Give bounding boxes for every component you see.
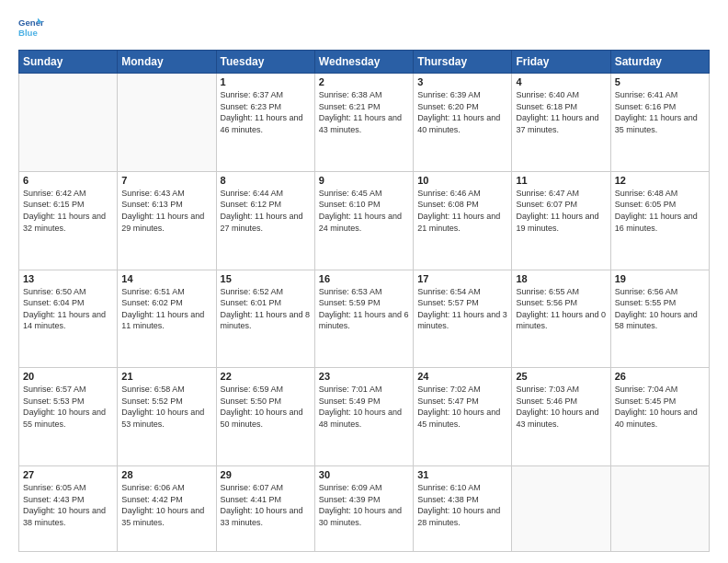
calendar-cell: 5Sunrise: 6:41 AM Sunset: 6:16 PM Daylig… bbox=[610, 74, 709, 172]
calendar-cell: 8Sunrise: 6:44 AM Sunset: 6:12 PM Daylig… bbox=[216, 171, 314, 270]
day-info: Sunrise: 6:10 AM Sunset: 4:38 PM Dayligh… bbox=[417, 482, 507, 528]
day-number: 31 bbox=[417, 469, 507, 480]
day-number: 5 bbox=[615, 76, 705, 87]
day-info: Sunrise: 7:02 AM Sunset: 5:47 PM Dayligh… bbox=[417, 384, 507, 430]
day-info: Sunrise: 6:47 AM Sunset: 6:07 PM Dayligh… bbox=[516, 188, 606, 234]
calendar-cell: 4Sunrise: 6:40 AM Sunset: 6:18 PM Daylig… bbox=[512, 74, 610, 172]
calendar-week-row: 20Sunrise: 6:57 AM Sunset: 5:53 PM Dayli… bbox=[19, 368, 710, 466]
calendar-cell: 28Sunrise: 6:06 AM Sunset: 4:42 PM Dayli… bbox=[118, 466, 216, 552]
day-info: Sunrise: 6:37 AM Sunset: 6:23 PM Dayligh… bbox=[221, 89, 311, 135]
calendar-cell: 1Sunrise: 6:37 AM Sunset: 6:23 PM Daylig… bbox=[216, 74, 314, 172]
calendar-cell: 15Sunrise: 6:52 AM Sunset: 6:01 PM Dayli… bbox=[216, 270, 314, 368]
day-number: 11 bbox=[516, 175, 606, 186]
calendar-cell: 6Sunrise: 6:42 AM Sunset: 6:15 PM Daylig… bbox=[19, 171, 118, 270]
day-number: 20 bbox=[23, 371, 113, 382]
calendar-cell: 19Sunrise: 6:56 AM Sunset: 5:55 PM Dayli… bbox=[610, 270, 709, 368]
day-number: 6 bbox=[23, 175, 113, 186]
day-info: Sunrise: 6:59 AM Sunset: 5:50 PM Dayligh… bbox=[221, 384, 311, 430]
day-number: 22 bbox=[221, 371, 311, 382]
calendar-cell: 21Sunrise: 6:58 AM Sunset: 5:52 PM Dayli… bbox=[118, 368, 216, 466]
calendar-cell: 12Sunrise: 6:48 AM Sunset: 6:05 PM Dayli… bbox=[610, 171, 709, 270]
calendar-cell: 27Sunrise: 6:05 AM Sunset: 4:43 PM Dayli… bbox=[19, 466, 118, 552]
day-number: 28 bbox=[121, 469, 211, 480]
day-info: Sunrise: 6:42 AM Sunset: 6:15 PM Dayligh… bbox=[23, 188, 113, 234]
day-info: Sunrise: 6:44 AM Sunset: 6:12 PM Dayligh… bbox=[221, 188, 311, 234]
day-info: Sunrise: 6:38 AM Sunset: 6:21 PM Dayligh… bbox=[319, 89, 409, 135]
day-info: Sunrise: 6:43 AM Sunset: 6:13 PM Dayligh… bbox=[121, 188, 211, 234]
calendar-cell: 9Sunrise: 6:45 AM Sunset: 6:10 PM Daylig… bbox=[314, 171, 413, 270]
day-number: 13 bbox=[23, 273, 113, 284]
day-number: 29 bbox=[221, 469, 311, 480]
day-number: 18 bbox=[516, 273, 606, 284]
day-number: 15 bbox=[221, 273, 311, 284]
day-number: 24 bbox=[417, 371, 507, 382]
day-info: Sunrise: 6:41 AM Sunset: 6:16 PM Dayligh… bbox=[615, 89, 705, 135]
calendar-cell: 25Sunrise: 7:03 AM Sunset: 5:46 PM Dayli… bbox=[512, 368, 610, 466]
calendar-cell: 10Sunrise: 6:46 AM Sunset: 6:08 PM Dayli… bbox=[414, 171, 512, 270]
day-number: 4 bbox=[516, 76, 606, 87]
day-info: Sunrise: 6:48 AM Sunset: 6:05 PM Dayligh… bbox=[615, 188, 705, 234]
calendar-cell: 17Sunrise: 6:54 AM Sunset: 5:57 PM Dayli… bbox=[414, 270, 512, 368]
logo-icon: General Blue bbox=[18, 15, 44, 40]
day-number: 27 bbox=[23, 469, 113, 480]
day-info: Sunrise: 7:03 AM Sunset: 5:46 PM Dayligh… bbox=[516, 384, 606, 430]
day-info: Sunrise: 7:04 AM Sunset: 5:45 PM Dayligh… bbox=[615, 384, 705, 430]
calendar-header-tuesday: Tuesday bbox=[216, 51, 314, 74]
day-number: 1 bbox=[221, 76, 311, 87]
day-number: 3 bbox=[417, 76, 507, 87]
calendar-cell: 3Sunrise: 6:39 AM Sunset: 6:20 PM Daylig… bbox=[414, 74, 512, 172]
day-info: Sunrise: 6:45 AM Sunset: 6:10 PM Dayligh… bbox=[319, 188, 409, 234]
calendar-header-sunday: Sunday bbox=[19, 51, 118, 74]
day-info: Sunrise: 7:01 AM Sunset: 5:49 PM Dayligh… bbox=[319, 384, 409, 430]
day-number: 23 bbox=[319, 371, 409, 382]
calendar-week-row: 6Sunrise: 6:42 AM Sunset: 6:15 PM Daylig… bbox=[19, 171, 710, 270]
calendar-cell: 26Sunrise: 7:04 AM Sunset: 5:45 PM Dayli… bbox=[610, 368, 709, 466]
day-number: 10 bbox=[417, 175, 507, 186]
svg-text:Blue: Blue bbox=[18, 28, 38, 38]
calendar-cell: 16Sunrise: 6:53 AM Sunset: 5:59 PM Dayli… bbox=[314, 270, 413, 368]
day-number: 8 bbox=[221, 175, 311, 186]
header: General Blue bbox=[18, 15, 710, 40]
day-info: Sunrise: 6:09 AM Sunset: 4:39 PM Dayligh… bbox=[319, 482, 409, 528]
calendar-cell bbox=[610, 466, 709, 552]
day-info: Sunrise: 6:57 AM Sunset: 5:53 PM Dayligh… bbox=[23, 384, 113, 430]
calendar-header-friday: Friday bbox=[512, 51, 610, 74]
day-number: 14 bbox=[121, 273, 211, 284]
day-number: 30 bbox=[319, 469, 409, 480]
calendar-header-saturday: Saturday bbox=[610, 51, 709, 74]
calendar-cell: 7Sunrise: 6:43 AM Sunset: 6:13 PM Daylig… bbox=[118, 171, 216, 270]
day-info: Sunrise: 6:58 AM Sunset: 5:52 PM Dayligh… bbox=[121, 384, 211, 430]
calendar-cell bbox=[118, 74, 216, 172]
calendar-cell: 22Sunrise: 6:59 AM Sunset: 5:50 PM Dayli… bbox=[216, 368, 314, 466]
calendar-table: SundayMondayTuesdayWednesdayThursdayFrid… bbox=[18, 50, 710, 552]
day-info: Sunrise: 6:54 AM Sunset: 5:57 PM Dayligh… bbox=[417, 286, 507, 332]
calendar-cell: 18Sunrise: 6:55 AM Sunset: 5:56 PM Dayli… bbox=[512, 270, 610, 368]
calendar-week-row: 1Sunrise: 6:37 AM Sunset: 6:23 PM Daylig… bbox=[19, 74, 710, 172]
calendar-cell: 20Sunrise: 6:57 AM Sunset: 5:53 PM Dayli… bbox=[19, 368, 118, 466]
day-number: 16 bbox=[319, 273, 409, 284]
day-info: Sunrise: 6:50 AM Sunset: 6:04 PM Dayligh… bbox=[23, 286, 113, 332]
day-info: Sunrise: 6:06 AM Sunset: 4:42 PM Dayligh… bbox=[121, 482, 211, 528]
day-number: 25 bbox=[516, 371, 606, 382]
day-info: Sunrise: 6:07 AM Sunset: 4:41 PM Dayligh… bbox=[221, 482, 311, 528]
calendar-cell: 31Sunrise: 6:10 AM Sunset: 4:38 PM Dayli… bbox=[414, 466, 512, 552]
day-number: 9 bbox=[319, 175, 409, 186]
day-info: Sunrise: 6:46 AM Sunset: 6:08 PM Dayligh… bbox=[417, 188, 507, 234]
calendar-cell: 24Sunrise: 7:02 AM Sunset: 5:47 PM Dayli… bbox=[414, 368, 512, 466]
calendar-cell: 13Sunrise: 6:50 AM Sunset: 6:04 PM Dayli… bbox=[19, 270, 118, 368]
logo: General Blue bbox=[18, 15, 48, 40]
day-info: Sunrise: 6:55 AM Sunset: 5:56 PM Dayligh… bbox=[516, 286, 606, 332]
day-info: Sunrise: 6:51 AM Sunset: 6:02 PM Dayligh… bbox=[121, 286, 211, 332]
calendar-cell bbox=[19, 74, 118, 172]
day-info: Sunrise: 6:52 AM Sunset: 6:01 PM Dayligh… bbox=[221, 286, 311, 332]
day-number: 12 bbox=[615, 175, 705, 186]
page: General Blue SundayMondayTuesdayWednesda… bbox=[0, 0, 728, 563]
calendar-cell: 14Sunrise: 6:51 AM Sunset: 6:02 PM Dayli… bbox=[118, 270, 216, 368]
calendar-cell: 2Sunrise: 6:38 AM Sunset: 6:21 PM Daylig… bbox=[314, 74, 413, 172]
calendar-header-monday: Monday bbox=[118, 51, 216, 74]
day-number: 21 bbox=[121, 371, 211, 382]
day-info: Sunrise: 6:53 AM Sunset: 5:59 PM Dayligh… bbox=[319, 286, 409, 332]
calendar-cell bbox=[512, 466, 610, 552]
day-number: 2 bbox=[319, 76, 409, 87]
day-number: 7 bbox=[121, 175, 211, 186]
